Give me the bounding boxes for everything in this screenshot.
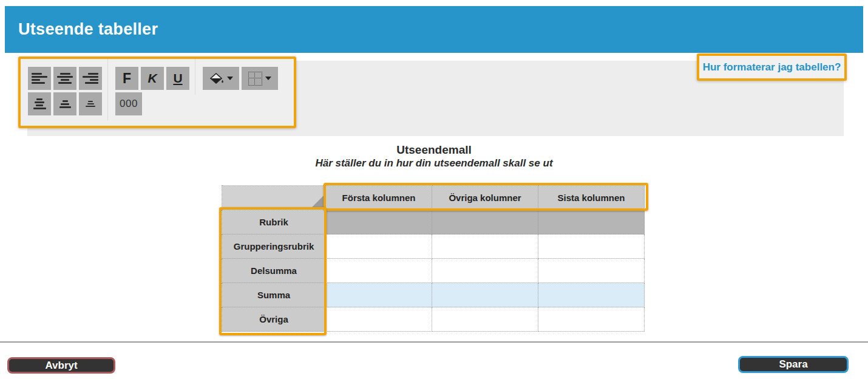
align-right-icon — [83, 73, 98, 84]
column-header-forsta[interactable]: Första kolumnen — [326, 186, 432, 210]
number-format-button[interactable]: 000 — [115, 92, 142, 115]
font-size-large-button[interactable] — [28, 92, 51, 115]
table-row: Delsumma — [222, 259, 645, 283]
border-style-icon — [248, 72, 262, 86]
border-style-button[interactable] — [242, 67, 278, 90]
corner-cell[interactable] — [222, 186, 326, 210]
column-header-sista[interactable]: Sista kolumnen — [538, 186, 645, 210]
table-cell[interactable] — [326, 307, 432, 332]
font-size-medium-icon — [59, 100, 71, 108]
table-cell[interactable] — [326, 283, 432, 307]
table-cell[interactable] — [432, 259, 538, 283]
fill-color-button[interactable] — [203, 67, 239, 90]
cancel-button[interactable]: Avbryt — [7, 357, 115, 374]
table-row: Grupperingsrubrik — [222, 234, 645, 259]
fill-color-icon — [209, 72, 224, 84]
underline-button[interactable]: U — [166, 67, 189, 90]
appearance-tables-dialog: Utseende tabeller — [0, 0, 868, 390]
align-left-button[interactable] — [28, 67, 51, 90]
table-cell[interactable] — [326, 234, 432, 259]
align-left-icon — [32, 73, 47, 84]
table-row: Första kolumnen Övriga kolumner Sista ko… — [222, 186, 645, 210]
underline-icon: U — [173, 71, 182, 86]
align-right-button[interactable] — [79, 67, 102, 90]
style-template-table: Första kolumnen Övriga kolumner Sista ko… — [222, 185, 645, 332]
table-cell[interactable] — [326, 259, 432, 283]
table-cell[interactable] — [326, 210, 432, 234]
table-cell[interactable] — [432, 283, 538, 307]
font-size-small-button[interactable] — [79, 92, 102, 115]
table-cell[interactable] — [538, 210, 645, 234]
format-help-link[interactable]: Hur formaterar jag tabellen? — [703, 61, 841, 74]
alignment-group — [21, 59, 107, 120]
table-cell[interactable] — [538, 259, 645, 283]
preview-subtitle: Här ställer du in hur din utseendemall s… — [0, 157, 868, 169]
column-header-ovriga[interactable]: Övriga kolumner — [432, 186, 538, 210]
table-cell[interactable] — [538, 234, 645, 259]
font-style-group: F K U 000 — [107, 59, 195, 120]
table-row: Rubrik — [222, 210, 645, 234]
table-cell[interactable] — [538, 307, 645, 332]
bold-button[interactable]: F — [115, 67, 138, 90]
help-link-box: Hur formaterar jag tabellen? — [697, 53, 847, 81]
bold-icon: F — [123, 70, 131, 87]
page-title: Utseende tabeller — [18, 20, 158, 39]
row-header-delsumma[interactable]: Delsumma — [222, 259, 326, 283]
italic-icon: K — [147, 71, 157, 86]
fill-border-group — [195, 59, 283, 95]
table-cell[interactable] — [432, 234, 538, 259]
table-cell[interactable] — [432, 210, 538, 234]
corner-resize-triangle — [311, 196, 324, 208]
footer-divider — [0, 341, 868, 343]
number-format-icon: 000 — [120, 98, 138, 110]
font-size-small-icon — [86, 101, 95, 107]
row-header-summa[interactable]: Summa — [222, 283, 326, 307]
dialog-header: Utseende tabeller — [5, 6, 863, 53]
font-size-medium-button[interactable] — [53, 92, 76, 115]
table-row: Övriga — [222, 307, 645, 332]
align-center-button[interactable] — [53, 67, 76, 90]
formatting-toolbar: F K U 000 — [18, 56, 296, 128]
table-cell[interactable] — [432, 307, 538, 332]
row-header-grupperingsrubrik[interactable]: Grupperingsrubrik — [222, 234, 326, 259]
preview-title: Utseendemall — [0, 143, 868, 157]
save-button[interactable]: Spara — [738, 356, 849, 373]
font-size-large-icon — [33, 98, 46, 109]
align-center-icon — [57, 73, 73, 84]
row-header-ovriga[interactable]: Övriga — [222, 307, 326, 332]
table-cell[interactable] — [538, 283, 645, 307]
row-header-rubrik[interactable]: Rubrik — [222, 210, 326, 234]
table-row: Summa — [222, 283, 645, 307]
dropdown-arrow-icon — [227, 77, 233, 80]
dropdown-arrow-icon — [265, 77, 271, 80]
italic-button[interactable]: K — [141, 67, 164, 90]
